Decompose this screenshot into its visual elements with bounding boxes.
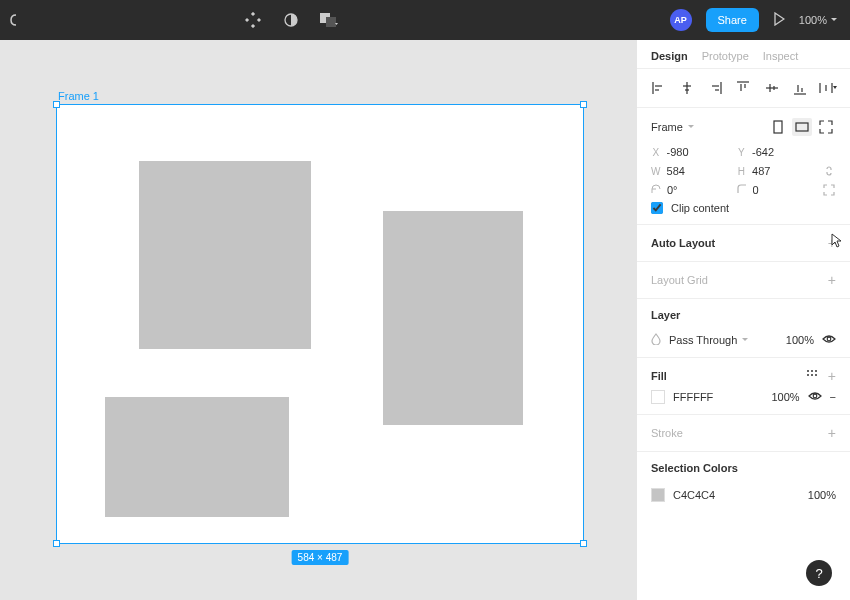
panel-tabs: Design Prototype Inspect	[637, 40, 850, 69]
tab-design[interactable]: Design	[651, 50, 688, 62]
selection-colors-title: Selection Colors	[651, 462, 836, 474]
align-left-icon[interactable]	[649, 79, 669, 97]
fill-section: Fill + FFFFFF 100% −	[637, 358, 850, 415]
height-input[interactable]	[752, 165, 812, 177]
x-input[interactable]	[667, 146, 727, 158]
svg-rect-2	[245, 18, 249, 22]
resize-handle-bl[interactable]	[53, 540, 60, 547]
svg-rect-0	[251, 12, 255, 16]
svg-rect-1	[251, 24, 255, 28]
mask-icon[interactable]	[282, 11, 300, 29]
svg-rect-3	[257, 18, 261, 22]
tab-inspect[interactable]: Inspect	[763, 50, 798, 62]
align-tools	[637, 69, 850, 108]
zoom-value: 100%	[799, 14, 827, 26]
resize-handle-tr[interactable]	[580, 101, 587, 108]
add-auto-layout-button[interactable]: +	[828, 235, 836, 251]
visibility-icon[interactable]	[822, 334, 836, 346]
rotation-input[interactable]	[667, 184, 727, 196]
y-label: Y	[737, 147, 747, 158]
fill-title: Fill	[651, 370, 667, 382]
resize-handle-br[interactable]	[580, 540, 587, 547]
svg-point-37	[813, 394, 817, 398]
add-fill-button[interactable]: +	[828, 368, 836, 384]
align-top-icon[interactable]	[733, 79, 753, 97]
landscape-button[interactable]	[792, 118, 812, 136]
rectangle[interactable]	[105, 397, 289, 517]
svg-point-36	[815, 374, 817, 376]
corner-radius-icon	[737, 184, 747, 196]
layer-section: Layer Pass Through 100%	[637, 299, 850, 358]
align-bottom-icon[interactable]	[790, 79, 810, 97]
size-badge: 584 × 487	[292, 550, 349, 565]
resize-to-fit-button[interactable]	[816, 118, 836, 136]
avatar[interactable]: AP	[670, 9, 692, 31]
main-area: Frame 1 584 × 487 Design Prototype Inspe…	[0, 40, 850, 600]
frame-type: Frame	[651, 121, 683, 133]
radius-input[interactable]	[753, 184, 813, 196]
chevron-down-icon	[830, 16, 838, 24]
auto-layout-section: Auto Layout +	[637, 225, 850, 262]
toolbar-left	[12, 11, 338, 29]
canvas[interactable]: Frame 1 584 × 487	[0, 40, 636, 600]
boolean-icon[interactable]	[320, 11, 338, 29]
align-right-icon[interactable]	[705, 79, 725, 97]
fill-visibility-icon[interactable]	[808, 391, 822, 403]
blend-mode-dropdown[interactable]: Pass Through	[669, 334, 778, 346]
width-input[interactable]	[667, 165, 727, 177]
orientation-group	[768, 118, 836, 136]
tab-prototype[interactable]: Prototype	[702, 50, 749, 62]
distribute-icon[interactable]	[818, 79, 838, 97]
top-toolbar: AP Share 100%	[0, 0, 850, 40]
svg-point-34	[807, 374, 809, 376]
svg-point-31	[807, 370, 809, 372]
zoom-dropdown[interactable]: 100%	[799, 14, 838, 26]
present-icon[interactable]	[773, 12, 785, 28]
svg-rect-6	[326, 17, 336, 27]
layout-grid-title: Layout Grid	[651, 274, 708, 286]
frame[interactable]	[56, 104, 584, 544]
blend-droplet-icon	[651, 333, 661, 347]
selection-swatch[interactable]	[651, 488, 665, 502]
help-button[interactable]: ?	[806, 560, 832, 586]
frame-type-dropdown[interactable]: Frame	[651, 121, 695, 133]
selection-hex[interactable]: C4C4C4	[673, 489, 800, 501]
fill-hex[interactable]: FFFFFF	[673, 391, 763, 403]
blend-mode: Pass Through	[669, 334, 737, 346]
fill-opacity[interactable]: 100%	[771, 391, 799, 403]
layout-grid-section: Layout Grid +	[637, 262, 850, 299]
clip-content-label: Clip content	[671, 202, 729, 214]
stroke-title: Stroke	[651, 427, 683, 439]
x-label: X	[651, 147, 661, 158]
fill-swatch[interactable]	[651, 390, 665, 404]
layer-title: Layer	[651, 309, 836, 321]
h-label: H	[737, 166, 747, 177]
component-icon[interactable]	[244, 11, 262, 29]
remove-fill-button[interactable]: −	[830, 391, 836, 403]
back-icon[interactable]	[6, 11, 24, 29]
svg-point-32	[811, 370, 813, 372]
resize-handle-tl[interactable]	[53, 101, 60, 108]
toolbar-right: AP Share 100%	[670, 8, 839, 32]
selection-opacity[interactable]: 100%	[808, 489, 836, 501]
rectangle[interactable]	[383, 211, 523, 425]
frame-label[interactable]: Frame 1	[58, 90, 99, 102]
portrait-button[interactable]	[768, 118, 788, 136]
w-label: W	[651, 166, 661, 177]
chevron-down-icon	[687, 123, 695, 131]
add-stroke-button[interactable]: +	[828, 425, 836, 441]
fill-style-icon[interactable]	[806, 369, 818, 383]
layer-opacity[interactable]: 100%	[786, 334, 814, 346]
align-vcenter-icon[interactable]	[762, 79, 782, 97]
align-hcenter-icon[interactable]	[677, 79, 697, 97]
chevron-down-icon	[741, 336, 749, 344]
constrain-proportions-icon[interactable]	[822, 164, 836, 178]
clip-content-checkbox[interactable]	[651, 202, 663, 214]
add-layout-grid-button[interactable]: +	[828, 272, 836, 288]
share-button[interactable]: Share	[706, 8, 759, 32]
rectangle[interactable]	[139, 161, 311, 349]
independent-corners-icon[interactable]	[822, 184, 836, 196]
y-input[interactable]	[752, 146, 812, 158]
frame-section: Frame X Y · W H	[637, 108, 850, 225]
svg-point-30	[827, 337, 831, 341]
